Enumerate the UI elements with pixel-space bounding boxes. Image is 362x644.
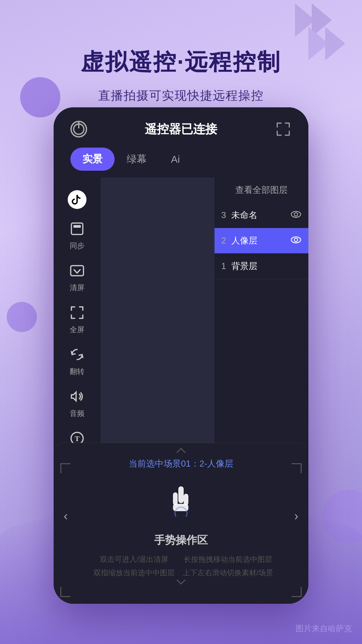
phone-mockup: 遥控器已连接 实景 绿幕 Ai: [54, 107, 308, 604]
gesture-right-arrow[interactable]: ›: [294, 509, 298, 523]
sidebar-label-fullscreen: 全屏: [70, 325, 84, 335]
layer-item-3[interactable]: 3 未命名: [215, 203, 308, 228]
top-bar: 遥控器已连接: [54, 107, 308, 148]
layer-num-1: 1: [221, 261, 231, 271]
tip-3: 双指缩放当前选中中图层: [89, 568, 179, 578]
svg-text:T: T: [75, 434, 80, 443]
eye-icon-2[interactable]: [290, 235, 302, 246]
deco-arrows-icon: [288, 0, 362, 67]
gesture-up-arrow: [54, 443, 308, 454]
svg-point-15: [294, 238, 298, 241]
eye-icon-3[interactable]: [290, 210, 302, 221]
gesture-down-arrow: [54, 578, 308, 589]
gesture-tips: 双击可进入/退出清屏 长按拖拽移动当前选中图层 双指缩放当前选中中图层 上下左右…: [82, 554, 280, 578]
corner-tl: [60, 463, 70, 473]
tab-real[interactable]: 实景: [70, 148, 115, 171]
gesture-center: 当前选中场景01：2-人像层 手势操作区: [68, 454, 294, 578]
svg-rect-18: [173, 492, 178, 505]
tab-bar: 实景 绿幕 Ai: [54, 148, 308, 177]
gesture-status: 当前选中场景01：2-人像层: [129, 454, 233, 473]
gesture-status-highlight: 场景01：2-人像层: [164, 459, 233, 469]
gesture-nav: ‹ 当前选中场景01：2-人像层: [54, 454, 308, 578]
watermark: 图片来自哈萨克: [296, 623, 352, 634]
layer-num-2: 2: [221, 235, 231, 246]
sidebar-label-clear: 清屏: [70, 283, 84, 293]
sidebar-label-audio: 音频: [70, 409, 84, 419]
sidebar-label-sync: 同步: [70, 241, 84, 251]
corner-bl: [60, 587, 70, 597]
clear-icon: [69, 263, 85, 281]
svg-rect-17: [178, 486, 184, 503]
expand-icon[interactable]: [275, 121, 292, 138]
svg-marker-3: [325, 27, 345, 60]
svg-point-12: [291, 211, 301, 217]
connection-status: 遥控器已连接: [145, 121, 217, 138]
gesture-left-arrow[interactable]: ‹: [64, 509, 68, 523]
svg-rect-19: [184, 494, 188, 505]
power-icon[interactable]: [70, 121, 87, 138]
layer-item-2[interactable]: 2 人像层: [215, 228, 308, 254]
svg-rect-5: [78, 123, 79, 128]
tiktok-icon: [68, 190, 86, 209]
audio-icon: [69, 389, 85, 407]
right-panel-title: 查看全部图层: [215, 177, 308, 203]
sidebar-item-audio[interactable]: 音频: [54, 383, 101, 425]
sidebar-item-tiktok[interactable]: [54, 184, 101, 215]
sync-icon: [69, 221, 85, 239]
bg-decoration-circle-1: [20, 77, 60, 117]
gesture-status-prefix: 当前选中: [129, 459, 164, 469]
flip-icon: [69, 347, 85, 365]
tip-4: 上下左右滑动切换素材/场景: [183, 568, 273, 578]
tab-ai[interactable]: Ai: [159, 149, 192, 170]
corner-tr: [292, 463, 302, 473]
fullscreen-icon: [69, 305, 85, 323]
svg-rect-7: [73, 225, 81, 228]
sidebar-item-fullscreen[interactable]: 全屏: [54, 299, 101, 341]
gesture-title: 手势操作区: [154, 533, 208, 548]
sidebar-item-clear[interactable]: 清屏: [54, 257, 101, 299]
gesture-area: ‹ 当前选中场景01：2-人像层: [54, 443, 308, 604]
tip-1: 双击可进入/退出清屏: [89, 554, 179, 565]
svg-point-14: [291, 237, 301, 243]
tab-green[interactable]: 绿幕: [115, 148, 159, 171]
layer-num-3: 3: [221, 210, 231, 220]
svg-point-13: [294, 213, 298, 216]
layer-name-1: 背景层: [231, 260, 302, 272]
svg-rect-8: [71, 266, 83, 276]
sidebar-item-sync[interactable]: 同步: [54, 215, 101, 257]
layer-name-2: 人像层: [231, 235, 290, 247]
sidebar-item-flip[interactable]: 翻转: [54, 341, 101, 383]
bg-decoration-circle-2: [7, 302, 37, 332]
svg-rect-6: [71, 223, 83, 234]
gesture-hand-icon: [164, 483, 198, 523]
corner-br: [292, 587, 302, 597]
tip-2: 长按拖拽移动当前选中图层: [183, 554, 273, 565]
sidebar-label-flip: 翻转: [70, 367, 84, 377]
layer-name-3: 未命名: [231, 209, 290, 221]
layer-item-1[interactable]: 1 背景层: [215, 254, 308, 279]
